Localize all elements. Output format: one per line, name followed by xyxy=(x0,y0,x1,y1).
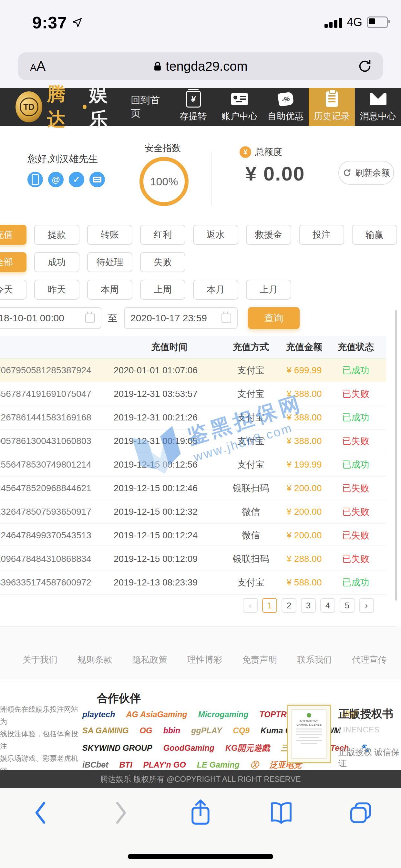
page-button[interactable]: 1 xyxy=(262,598,277,613)
partner-logo: LE Gaming xyxy=(197,760,240,770)
address-bar[interactable]: AA tengda29.com xyxy=(18,52,383,80)
check-verified-icon[interactable]: ✓ xyxy=(69,172,84,187)
footer-link[interactable]: 免责声明 xyxy=(242,654,277,665)
type-filter-button[interactable]: 转账 xyxy=(87,225,132,245)
cell-recharge-method: 支付宝 xyxy=(225,411,277,424)
phone-verified-icon[interactable] xyxy=(27,172,43,187)
back-to-home-link[interactable]: 回到首页 xyxy=(131,94,164,120)
cell-recharge-amount: ¥ 200.00 xyxy=(277,507,332,517)
cell-recharge-status: 已失败 xyxy=(332,529,380,541)
date-from-input[interactable]: 2018-10-01 00:00 xyxy=(0,307,101,329)
footer-link[interactable]: 理性博彩 xyxy=(187,654,222,665)
text-size-button[interactable]: AA xyxy=(30,58,45,74)
bookmarks-button[interactable] xyxy=(267,798,296,827)
cell-recharge-time: 2019-12-15 00:12:09 xyxy=(114,554,225,564)
home-indicator[interactable] xyxy=(128,854,273,859)
type-filter-button[interactable]: 红利 xyxy=(140,225,185,245)
back-button[interactable] xyxy=(26,798,55,827)
status-filter-button[interactable]: 全部 xyxy=(0,252,27,272)
cell-recharge-amount: ¥ 699.99 xyxy=(277,365,332,376)
vertical-scrollbar[interactable] xyxy=(395,310,397,600)
status-filter-button[interactable]: 成功 xyxy=(34,252,80,272)
table-row: 3396335174587600972 2019-12-13 08:23:39 … xyxy=(0,571,386,594)
page-button[interactable]: 5 xyxy=(340,598,354,613)
footer-link[interactable]: 隐私政策 xyxy=(132,654,167,665)
site-logo[interactable]: TD 腾达 娱乐 回到首页 xyxy=(16,88,164,126)
email-verified-icon[interactable]: @ xyxy=(48,172,64,187)
cell-recharge-time: 2019-12-31 03:53:57 xyxy=(114,389,225,399)
page-button[interactable]: › xyxy=(359,598,374,613)
nav-item[interactable]: ¥ 存提转 xyxy=(170,88,216,126)
table-body: 7067950581285387924 2020-01-01 01:07:06 … xyxy=(0,359,386,594)
quick-date-button[interactable]: 本周 xyxy=(87,280,132,300)
table-row: 2456478520968844621 2019-12-15 00:12:46 … xyxy=(0,476,386,500)
cell-recharge-time: 2019-12-15 00:12:46 xyxy=(114,483,225,493)
share-button[interactable] xyxy=(186,798,215,827)
type-filter-button[interactable]: 投注 xyxy=(299,225,344,245)
footer-link[interactable]: 关于我们 xyxy=(23,654,58,665)
nav-item[interactable]: 消息中心 xyxy=(355,88,401,126)
footer-link[interactable]: 规则条款 xyxy=(78,654,112,665)
quick-date-button[interactable]: 上周 xyxy=(140,280,185,300)
cell-recharge-time: 2020-01-01 01:07:06 xyxy=(114,365,225,376)
nav-label: 存提转 xyxy=(180,110,207,122)
bankcard-verified-icon[interactable] xyxy=(89,172,105,187)
footer-link[interactable]: 联系我们 xyxy=(297,654,332,665)
nav-item[interactable]: -% 自助优惠 xyxy=(263,88,309,126)
status-filter-button[interactable]: 失败 xyxy=(140,252,185,272)
type-filter-button[interactable]: 输赢 xyxy=(352,225,397,245)
status-time-text: 9:37 xyxy=(32,13,67,32)
cell-recharge-method: 支付宝 xyxy=(225,459,277,471)
site-header: TD 腾达 娱乐 回到首页 ¥ 存提转 账户中心 -% 自助优惠 xyxy=(0,88,401,126)
search-button[interactable]: 查询 xyxy=(248,307,300,329)
table-row: 2246478499370543513 2019-12-15 00:12:24 … xyxy=(0,524,386,547)
certificate-seal-icon xyxy=(307,713,311,717)
yuan-coin-icon: ¥ xyxy=(240,146,251,158)
copyright-bar: 腾达娱乐 版权所有 @COPYRIGHT ALL RIGHT RESERVE xyxy=(0,770,401,788)
nav-item[interactable]: 历史记录 xyxy=(309,88,355,126)
page-button[interactable]: 3 xyxy=(301,598,316,613)
status-filter-button[interactable]: 待处理 xyxy=(87,252,132,272)
table-row: 1267861441583169168 2019-12-31 00:21:26 … xyxy=(0,406,386,430)
tabs-button[interactable] xyxy=(346,798,375,827)
quick-date-button[interactable]: 本月 xyxy=(193,280,238,300)
type-filter-button[interactable]: 提款 xyxy=(34,225,80,245)
refresh-balance-button[interactable]: 刷新余额 xyxy=(338,161,394,185)
ios-top-chrome: 9:37 4G AA tengda29.com xyxy=(0,0,401,88)
reload-button[interactable] xyxy=(358,59,372,75)
type-filter-button[interactable]: 充值 xyxy=(0,225,27,245)
header-time: 充值时间 xyxy=(114,341,225,353)
date-to-input[interactable]: 2020-10-17 23:59 xyxy=(124,307,238,329)
table-row: 7067950581285387924 2020-01-01 01:07:06 … xyxy=(0,359,386,382)
cell-order-number: 2326478507593650917 xyxy=(0,507,114,517)
partner-logo: BTI xyxy=(120,760,132,770)
status-right-cluster: 4G xyxy=(325,16,388,29)
cell-recharge-method: 支付宝 xyxy=(225,435,277,447)
quick-date-button[interactable]: 今天 xyxy=(0,280,27,300)
brand-name: 腾达 娱乐 xyxy=(47,82,122,132)
type-filter-button[interactable]: 返水 xyxy=(193,225,238,245)
header-amount: 充值金额 xyxy=(277,341,332,353)
table-row: 3567874191691075047 2019-12-31 03:53:57 … xyxy=(0,382,386,406)
cell-recharge-method: 银联扫码 xyxy=(225,482,277,494)
divider xyxy=(212,152,212,205)
footer-link[interactable]: 代理宣传 xyxy=(352,654,387,665)
quick-date-button[interactable]: 上月 xyxy=(246,280,291,300)
page-button[interactable]: 2 xyxy=(281,598,297,613)
forward-button[interactable] xyxy=(106,798,135,827)
cell-recharge-time: 2019-12-15 00:12:24 xyxy=(114,530,225,540)
nav-item[interactable]: 账户中心 xyxy=(216,88,263,126)
table-row: 2556478530749801214 2019-12-15 00:12:56 … xyxy=(0,453,386,476)
nav-icon xyxy=(326,91,338,107)
page-button[interactable]: ‹ xyxy=(243,598,258,613)
type-filter-button[interactable]: 救援金 xyxy=(246,225,291,245)
quick-date-button[interactable]: 昨天 xyxy=(34,280,80,300)
cell-recharge-amount: ¥ 388.00 xyxy=(277,389,332,399)
license-tagline: 正版授权 诚信保证 xyxy=(338,747,401,769)
partner-logo: GoodGaming xyxy=(163,743,214,753)
cell-recharge-method: 支付宝 xyxy=(225,577,277,589)
cell-recharge-time: 2019-12-31 00:19:05 xyxy=(114,436,225,446)
license-block: 正版授权书 LINENCES 正版授权 诚信保证 xyxy=(338,707,401,769)
page-button[interactable]: 4 xyxy=(320,598,335,613)
about-line: 线投注体验，包括体育投注 xyxy=(0,728,81,752)
